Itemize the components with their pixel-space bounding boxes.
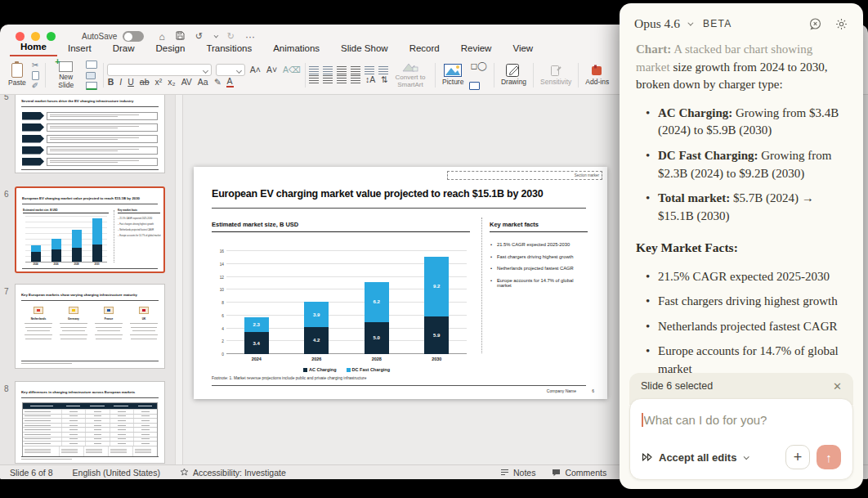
- align-text-icon[interactable]: ⇅: [380, 74, 389, 84]
- send-button[interactable]: ↑: [817, 445, 841, 469]
- bar-segment-dc-fast-charging[interactable]: 3.9: [304, 302, 329, 327]
- clear-formatting-icon[interactable]: A⌫: [282, 65, 302, 74]
- accept-all-edits-button[interactable]: Accept all edits: [642, 451, 748, 464]
- character-spacing-button[interactable]: AV: [181, 77, 193, 87]
- highlight-pen-icon[interactable]: ✎: [213, 77, 222, 87]
- convert-smartart-button[interactable]: Convert to SmartArt: [389, 61, 432, 90]
- change-case-button[interactable]: Aa: [197, 77, 209, 87]
- shrink-font-icon[interactable]: A˅: [266, 65, 278, 74]
- stacked-bar-chart[interactable]: 02468101214163.42.320244.23.920265.06.22…: [226, 251, 467, 354]
- align-center-icon[interactable]: [323, 75, 333, 83]
- tab-view[interactable]: View: [502, 43, 544, 56]
- mini-force-row: [22, 134, 158, 143]
- paste-button[interactable]: Paste: [5, 62, 29, 87]
- close-chat-bubble-icon[interactable]: [808, 17, 822, 31]
- zoom-window-button[interactable]: [47, 32, 56, 41]
- bar-segment-ac-charging[interactable]: 5.9: [424, 316, 449, 354]
- font-size-select[interactable]: [216, 64, 245, 76]
- mini-flag-icon: [139, 307, 149, 314]
- columns-icon[interactable]: [378, 66, 388, 74]
- slide-title[interactable]: European EV charging market value projec…: [212, 188, 591, 200]
- shapes-icon[interactable]: ◻◯: [469, 61, 487, 70]
- bar-segment-dc-fast-charging[interactable]: 9.2: [424, 257, 449, 316]
- drawing-button[interactable]: Drawing: [498, 63, 530, 87]
- mini-cell-line: [141, 443, 150, 444]
- mini-footer-rule: [21, 361, 159, 361]
- tab-animations[interactable]: Animations: [262, 43, 330, 56]
- italic-button[interactable]: I: [119, 77, 123, 87]
- prompt-input[interactable]: [643, 413, 842, 427]
- font-name-select[interactable]: [107, 64, 212, 76]
- mini-text-line: [131, 339, 156, 339]
- bar-segment-ac-charging[interactable]: 4.2: [304, 327, 329, 354]
- close-window-button[interactable]: [16, 32, 25, 41]
- remove-context-icon[interactable]: ✕: [833, 381, 842, 392]
- text-direction-icon[interactable]: ↕A: [365, 74, 376, 84]
- more-commands-icon[interactable]: ···: [245, 31, 255, 43]
- bar-segment-ac-charging[interactable]: 3.4: [244, 332, 269, 354]
- comments-button[interactable]: Comments: [552, 468, 606, 478]
- tab-home[interactable]: Home: [10, 42, 57, 56]
- strikethrough-button[interactable]: ab: [139, 77, 150, 87]
- thumbnail-slide-8[interactable]: Key differences in charging infrastructu…: [15, 381, 165, 464]
- font-color-button[interactable]: A: [226, 76, 234, 87]
- bar-segment-ac-charging[interactable]: 5.0: [365, 322, 389, 354]
- thumbnail-slide-5[interactable]: Several market forces drive the EV charg…: [15, 95, 165, 173]
- accessibility-status[interactable]: Accessibility: Investigate: [180, 468, 286, 478]
- drawing-icon: [506, 64, 521, 77]
- tab-record[interactable]: Record: [399, 43, 450, 56]
- copy-icon[interactable]: [32, 71, 39, 80]
- minimize-window-button[interactable]: [31, 32, 40, 41]
- tab-design[interactable]: Design: [145, 43, 196, 56]
- justify-icon[interactable]: [351, 75, 360, 83]
- bold-button[interactable]: B: [107, 77, 115, 87]
- summary-bullet: Total market: $5.7B (2024) → $15.1B (203…: [658, 190, 847, 225]
- grow-font-icon[interactable]: A˄: [249, 65, 262, 74]
- line-spacing-icon[interactable]: [365, 66, 374, 74]
- thumbnail-slide-6-selected[interactable]: European EV charging market value projec…: [15, 186, 165, 273]
- section-marker-placeholder[interactable]: Section marker: [447, 171, 602, 180]
- tab-slide-show[interactable]: Slide Show: [330, 43, 399, 56]
- model-chevron-down-icon[interactable]: [687, 20, 693, 25]
- save-icon[interactable]: [176, 31, 185, 43]
- addins-button[interactable]: Add-ins: [582, 64, 612, 87]
- cut-icon[interactable]: ✂: [32, 61, 39, 70]
- subscript-button[interactable]: x₂: [167, 77, 176, 87]
- thumbnail-slide-7[interactable]: Key European markets show varying chargi…: [15, 284, 165, 369]
- new-slide-button[interactable]: New Slide: [49, 61, 83, 90]
- numbering-icon[interactable]: [323, 66, 333, 74]
- undo-chevron-icon[interactable]: [213, 33, 218, 38]
- bar-segment-dc-fast-charging[interactable]: 2.3: [244, 317, 269, 332]
- reset-icon[interactable]: [86, 72, 96, 79]
- autosave-toggle[interactable]: [123, 31, 144, 42]
- decrease-indent-icon[interactable]: [337, 66, 347, 74]
- attach-plus-button[interactable]: +: [785, 445, 810, 469]
- format-painter-icon[interactable]: ✐: [32, 81, 39, 90]
- tab-transitions[interactable]: Transitions: [195, 43, 262, 56]
- bullets-icon[interactable]: [309, 66, 319, 74]
- mini-market-name: Netherlands: [31, 317, 46, 321]
- mini-cell: [133, 433, 157, 437]
- language-indicator[interactable]: English (United States): [73, 468, 160, 478]
- align-left-icon[interactable]: [309, 75, 319, 83]
- mini-text-line: [21, 459, 72, 460]
- home-icon[interactable]: ⌂: [159, 31, 164, 43]
- thumbnail-scrollbar[interactable]: [175, 95, 183, 464]
- model-selector[interactable]: Opus 4.6: [634, 16, 680, 31]
- tab-review[interactable]: Review: [450, 43, 503, 56]
- layout-icon[interactable]: [86, 61, 97, 69]
- section-icon[interactable]: [86, 82, 97, 90]
- increase-indent-icon[interactable]: [351, 66, 360, 74]
- slide-6-editor[interactable]: Section marker European EV charging mark…: [194, 167, 607, 399]
- align-right-icon[interactable]: [337, 75, 347, 83]
- picture-button[interactable]: Picture: [439, 63, 467, 87]
- tab-insert[interactable]: Insert: [57, 43, 102, 56]
- superscript-button[interactable]: x²: [154, 77, 163, 87]
- undo-icon[interactable]: ↺: [195, 31, 203, 42]
- underline-button[interactable]: U: [127, 77, 135, 87]
- tab-draw[interactable]: Draw: [102, 43, 145, 56]
- settings-gear-icon[interactable]: [834, 17, 848, 31]
- notes-button[interactable]: Notes: [500, 468, 535, 478]
- text-box-icon[interactable]: [469, 82, 480, 90]
- bar-segment-dc-fast-charging[interactable]: 6.2: [365, 282, 389, 322]
